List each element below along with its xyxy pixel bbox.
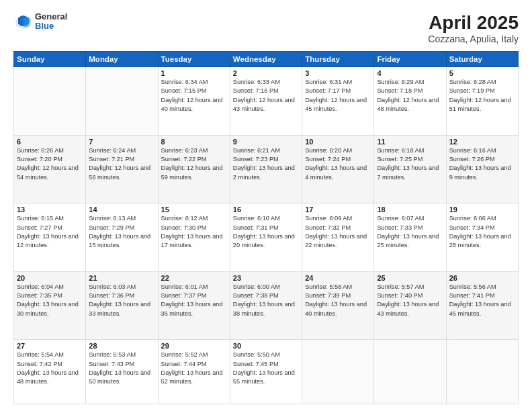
calendar-day: 5Sunrise: 6:28 AMSunset: 7:19 PMDaylight… xyxy=(446,67,518,136)
day-info: Sunrise: 6:29 AMSunset: 7:18 PMDaylight:… xyxy=(377,78,443,113)
day-number: 1 xyxy=(161,69,227,77)
logo-blue-text: Blue xyxy=(35,21,67,31)
day-number: 24 xyxy=(305,274,371,282)
calendar-day: 7Sunrise: 6:24 AMSunset: 7:21 PMDaylight… xyxy=(86,135,158,203)
calendar-table: Sunday Monday Tuesday Wednesday Thursday… xyxy=(13,51,519,404)
day-info: Sunrise: 6:12 AMSunset: 7:30 PMDaylight:… xyxy=(161,214,227,250)
day-info: Sunrise: 5:54 AMSunset: 7:42 PMDaylight:… xyxy=(17,351,83,386)
calendar-week-row: 27Sunrise: 5:54 AMSunset: 7:42 PMDayligh… xyxy=(14,340,519,404)
calendar-week-row: 13Sunrise: 6:15 AMSunset: 7:27 PMDayligh… xyxy=(14,203,519,272)
day-info: Sunrise: 6:01 AMSunset: 7:37 PMDaylight:… xyxy=(161,283,227,318)
day-info: Sunrise: 6:26 AMSunset: 7:20 PMDaylight:… xyxy=(17,146,83,182)
day-number: 19 xyxy=(449,205,515,214)
day-number: 4 xyxy=(377,69,443,77)
day-info: Sunrise: 5:58 AMSunset: 7:39 PMDaylight:… xyxy=(305,283,371,318)
day-info: Sunrise: 6:13 AMSunset: 7:29 PMDaylight:… xyxy=(89,214,154,250)
calendar-day: 24Sunrise: 5:58 AMSunset: 7:39 PMDayligh… xyxy=(302,271,374,340)
page: General Blue April 2025 Cozzana, Apulia,… xyxy=(0,0,532,411)
logo-text: General Blue xyxy=(35,12,67,32)
day-number: 22 xyxy=(161,274,227,282)
day-info: Sunrise: 6:20 AMSunset: 7:24 PMDaylight:… xyxy=(305,146,371,182)
day-number: 9 xyxy=(233,138,299,146)
day-info: Sunrise: 5:52 AMSunset: 7:44 PMDaylight:… xyxy=(161,351,227,386)
page-title: April 2025 xyxy=(428,12,519,34)
day-info: Sunrise: 6:28 AMSunset: 7:19 PMDaylight:… xyxy=(449,78,515,113)
calendar-day xyxy=(86,67,158,136)
day-number: 18 xyxy=(377,205,443,214)
calendar-day: 20Sunrise: 6:04 AMSunset: 7:35 PMDayligh… xyxy=(14,271,86,340)
col-tuesday: Tuesday xyxy=(158,52,230,67)
day-info: Sunrise: 5:57 AMSunset: 7:40 PMDaylight:… xyxy=(377,283,443,318)
day-number: 20 xyxy=(17,274,83,282)
logo-icon xyxy=(13,12,32,31)
calendar-header-row: Sunday Monday Tuesday Wednesday Thursday… xyxy=(14,52,519,67)
day-info: Sunrise: 5:53 AMSunset: 7:43 PMDaylight:… xyxy=(89,351,154,386)
day-number: 11 xyxy=(377,138,443,146)
day-info: Sunrise: 6:09 AMSunset: 7:32 PMDaylight:… xyxy=(305,214,371,250)
day-number: 15 xyxy=(161,205,227,214)
calendar-day: 14Sunrise: 6:13 AMSunset: 7:29 PMDayligh… xyxy=(86,203,158,272)
calendar-week-row: 20Sunrise: 6:04 AMSunset: 7:35 PMDayligh… xyxy=(14,271,519,340)
day-number: 30 xyxy=(233,342,299,350)
calendar-day: 15Sunrise: 6:12 AMSunset: 7:30 PMDayligh… xyxy=(158,203,230,272)
day-info: Sunrise: 6:07 AMSunset: 7:33 PMDaylight:… xyxy=(377,214,443,250)
day-info: Sunrise: 6:16 AMSunset: 7:26 PMDaylight:… xyxy=(449,146,515,182)
day-info: Sunrise: 6:04 AMSunset: 7:35 PMDaylight:… xyxy=(17,283,83,318)
calendar-day: 3Sunrise: 6:31 AMSunset: 7:17 PMDaylight… xyxy=(302,67,374,136)
col-saturday: Saturday xyxy=(446,52,518,67)
day-info: Sunrise: 6:15 AMSunset: 7:27 PMDaylight:… xyxy=(17,214,83,250)
day-info: Sunrise: 6:33 AMSunset: 7:16 PMDaylight:… xyxy=(233,78,299,113)
calendar-day: 6Sunrise: 6:26 AMSunset: 7:20 PMDaylight… xyxy=(14,135,86,203)
day-number: 12 xyxy=(449,138,515,146)
calendar-day: 22Sunrise: 6:01 AMSunset: 7:37 PMDayligh… xyxy=(158,271,230,340)
day-number: 26 xyxy=(449,274,515,282)
day-number: 16 xyxy=(233,205,299,214)
calendar-week-row: 6Sunrise: 6:26 AMSunset: 7:20 PMDaylight… xyxy=(14,135,519,203)
day-info: Sunrise: 6:03 AMSunset: 7:36 PMDaylight:… xyxy=(89,283,154,318)
calendar-day: 30Sunrise: 5:50 AMSunset: 7:45 PMDayligh… xyxy=(230,340,302,404)
calendar-day: 4Sunrise: 6:29 AMSunset: 7:18 PMDaylight… xyxy=(374,67,446,136)
calendar-day: 8Sunrise: 6:23 AMSunset: 7:22 PMDaylight… xyxy=(158,135,230,203)
day-number: 7 xyxy=(89,138,154,146)
day-number: 13 xyxy=(17,205,83,214)
calendar-day: 1Sunrise: 6:34 AMSunset: 7:15 PMDaylight… xyxy=(158,67,230,136)
calendar-day xyxy=(446,340,518,404)
day-info: Sunrise: 6:18 AMSunset: 7:25 PMDaylight:… xyxy=(377,146,443,182)
day-info: Sunrise: 6:00 AMSunset: 7:38 PMDaylight:… xyxy=(233,283,299,318)
calendar-day: 13Sunrise: 6:15 AMSunset: 7:27 PMDayligh… xyxy=(14,203,86,272)
day-number: 2 xyxy=(233,69,299,77)
day-number: 6 xyxy=(17,138,83,146)
day-number: 10 xyxy=(305,138,371,146)
day-number: 27 xyxy=(17,342,83,350)
calendar-day: 19Sunrise: 6:06 AMSunset: 7:34 PMDayligh… xyxy=(446,203,518,272)
day-info: Sunrise: 6:34 AMSunset: 7:15 PMDaylight:… xyxy=(161,78,227,113)
col-wednesday: Wednesday xyxy=(230,52,302,67)
day-number: 29 xyxy=(161,342,227,350)
day-info: Sunrise: 5:56 AMSunset: 7:41 PMDaylight:… xyxy=(449,283,515,318)
day-info: Sunrise: 6:21 AMSunset: 7:23 PMDaylight:… xyxy=(233,146,299,182)
calendar-day: 28Sunrise: 5:53 AMSunset: 7:43 PMDayligh… xyxy=(86,340,158,404)
day-number: 8 xyxy=(161,138,227,146)
calendar-week-row: 1Sunrise: 6:34 AMSunset: 7:15 PMDaylight… xyxy=(14,67,519,136)
day-info: Sunrise: 6:31 AMSunset: 7:17 PMDaylight:… xyxy=(305,78,371,113)
day-info: Sunrise: 6:24 AMSunset: 7:21 PMDaylight:… xyxy=(89,146,154,182)
col-thursday: Thursday xyxy=(302,52,374,67)
calendar-day xyxy=(14,67,86,136)
calendar-day: 18Sunrise: 6:07 AMSunset: 7:33 PMDayligh… xyxy=(374,203,446,272)
day-number: 14 xyxy=(89,205,154,214)
day-info: Sunrise: 6:10 AMSunset: 7:31 PMDaylight:… xyxy=(233,214,299,250)
day-number: 17 xyxy=(305,205,371,214)
day-info: Sunrise: 5:50 AMSunset: 7:45 PMDaylight:… xyxy=(233,351,299,386)
day-number: 21 xyxy=(89,274,154,282)
calendar-day: 23Sunrise: 6:00 AMSunset: 7:38 PMDayligh… xyxy=(230,271,302,340)
calendar-day: 11Sunrise: 6:18 AMSunset: 7:25 PMDayligh… xyxy=(374,135,446,203)
calendar-day xyxy=(374,340,446,404)
day-number: 5 xyxy=(449,69,515,77)
col-friday: Friday xyxy=(374,52,446,67)
calendar-day: 21Sunrise: 6:03 AMSunset: 7:36 PMDayligh… xyxy=(86,271,158,340)
header: General Blue April 2025 Cozzana, Apulia,… xyxy=(13,12,519,44)
calendar-day: 25Sunrise: 5:57 AMSunset: 7:40 PMDayligh… xyxy=(374,271,446,340)
logo: General Blue xyxy=(13,12,67,32)
page-subtitle: Cozzana, Apulia, Italy xyxy=(428,34,519,44)
calendar-day: 10Sunrise: 6:20 AMSunset: 7:24 PMDayligh… xyxy=(302,135,374,203)
